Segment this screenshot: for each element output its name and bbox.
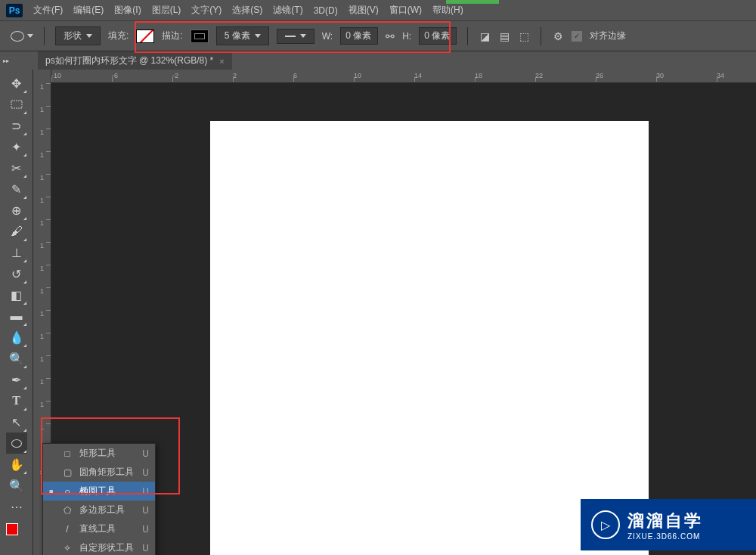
menu-filter[interactable]: 滤镜(T) <box>273 4 302 17</box>
caret-icon <box>300 34 306 38</box>
tab-title: ps如何打圈内环形文字 @ 132%(RGB/8) * <box>45 54 213 67</box>
menu-type[interactable]: 文字(Y) <box>191 4 222 17</box>
fill-swatch[interactable] <box>136 29 154 43</box>
svg-rect-0 <box>11 101 22 108</box>
tab-close-icon[interactable]: × <box>219 57 224 66</box>
width-label: W: <box>322 31 333 42</box>
wand-tool[interactable]: ✦ <box>6 136 27 157</box>
options-bar: 形状 填充: 描边: 5 像素 W: 0 像素 ⚯ H: 0 像素 ◪ ▤ ⬚ … <box>0 21 756 51</box>
stamp-tool[interactable]: ⊥ <box>6 242 27 263</box>
heal-tool[interactable]: ⊕ <box>6 200 27 221</box>
dodge-tool[interactable]: 🔍 <box>6 348 27 369</box>
crop-tool[interactable]: ✂ <box>6 157 27 178</box>
flyout-item-2[interactable]: ■○椭圆工具U <box>43 482 155 501</box>
caret-icon <box>86 34 92 38</box>
align-edges-label: 对齐边缘 <box>590 29 626 42</box>
menu-view[interactable]: 视图(V) <box>349 4 379 17</box>
lasso-tool[interactable]: ⊃ <box>6 115 27 136</box>
eyedropper-tool[interactable]: ✎ <box>6 178 27 200</box>
shape-tool-flyout: □矩形工具U▢圆角矩形工具U■○椭圆工具U⬠多边形工具U/直线工具U✧自定形状工… <box>42 443 156 555</box>
watermark: ▷ 溜溜自学 ZIXUE.3D66.COM <box>581 499 756 550</box>
menu-select[interactable]: 选择(S) <box>232 4 262 17</box>
color-swatches[interactable] <box>6 523 27 541</box>
ellipse-icon <box>11 31 24 42</box>
tool-indicator[interactable] <box>11 31 33 42</box>
pen-tool[interactable]: ✒ <box>6 369 27 390</box>
menu-help[interactable]: 帮助(H) <box>432 4 463 17</box>
watermark-title: 溜溜自学 <box>627 510 703 532</box>
link-icon[interactable]: ⚯ <box>386 30 395 42</box>
brush-tool[interactable]: 🖌 <box>6 221 27 242</box>
menu-edit[interactable]: 编辑(E) <box>73 4 104 17</box>
height-label: H: <box>402 31 411 42</box>
menu-window[interactable]: 窗口(W) <box>389 4 422 17</box>
play-icon: ▷ <box>591 510 620 539</box>
document-tab[interactable]: ps如何打圈内环形文字 @ 132%(RGB/8) * × <box>38 51 232 70</box>
height-input[interactable]: 0 像素 <box>419 27 457 45</box>
watermark-url: ZIXUE.3D66.COM <box>627 532 703 541</box>
more-tool[interactable]: ⋯ <box>6 496 27 517</box>
menubar: Ps 文件(F) 编辑(E) 图像(I) 图层(L) 文字(Y) 选择(S) 滤… <box>0 0 756 21</box>
mode-label: 形状 <box>64 29 82 42</box>
blur-tool[interactable]: 💧 <box>6 327 27 348</box>
type-tool[interactable]: T <box>6 390 27 411</box>
mode-select[interactable]: 形状 <box>55 26 101 45</box>
canvas-area[interactable]: -10-6-22610141822263034 <box>51 70 756 555</box>
stroke-style-select[interactable] <box>277 29 314 44</box>
gradient-tool[interactable]: ▬ <box>6 305 27 327</box>
stroke-label: 描边: <box>162 29 182 42</box>
expand-icon[interactable]: ▸▸ <box>3 57 9 64</box>
canvas[interactable] <box>210 121 649 555</box>
arrange-icon[interactable]: ⬚ <box>518 30 530 42</box>
stroke-swatch[interactable] <box>191 29 209 43</box>
marquee-tool[interactable] <box>6 94 27 115</box>
solid-line-icon <box>285 36 296 37</box>
flyout-item-1[interactable]: ▢圆角矩形工具U <box>43 463 155 482</box>
ruler-horizontal: -10-6-22610141822263034 <box>51 70 756 83</box>
flyout-item-4[interactable]: /直线工具U <box>43 519 155 538</box>
shape-tool[interactable] <box>6 433 27 454</box>
path-ops-icon[interactable]: ◪ <box>479 30 491 42</box>
menu-file[interactable]: 文件(F) <box>33 4 63 17</box>
history-brush-tool[interactable]: ↺ <box>6 263 27 284</box>
menu-image[interactable]: 图像(I) <box>114 4 141 17</box>
tabbar: ▸▸ ps如何打圈内环形文字 @ 132%(RGB/8) * × <box>0 51 756 70</box>
caret-icon <box>255 34 261 38</box>
flyout-item-5[interactable]: ✧自定形状工具U <box>43 538 155 555</box>
zoom-tool[interactable]: 🔍 <box>6 475 27 496</box>
align-icon[interactable]: ▤ <box>498 30 510 42</box>
menu-layer[interactable]: 图层(L) <box>152 4 181 17</box>
toolbox: ✥ ⊃ ✦ ✂ ✎ ⊕ 🖌 ⊥ ↺ ◧ ▬ 💧 🔍 ✒ T ↖ ✋ 🔍 ⋯ <box>0 70 33 555</box>
caret-icon <box>27 34 33 38</box>
hand-tool[interactable]: ✋ <box>6 454 27 475</box>
menu-3d[interactable]: 3D(D) <box>314 5 338 16</box>
width-input[interactable]: 0 像素 <box>340 27 378 45</box>
gear-icon[interactable]: ⚙ <box>552 30 564 42</box>
fill-label: 填充: <box>108 29 129 42</box>
flyout-item-3[interactable]: ⬠多边形工具U <box>43 501 155 519</box>
flyout-item-0[interactable]: □矩形工具U <box>43 444 155 463</box>
stroke-width-input[interactable]: 5 像素 <box>216 26 269 45</box>
align-edges-checkbox[interactable]: ✓ <box>572 31 582 42</box>
app-logo: Ps <box>6 4 23 17</box>
eraser-tool[interactable]: ◧ <box>6 284 27 305</box>
path-select-tool[interactable]: ↖ <box>6 411 27 433</box>
move-tool[interactable]: ✥ <box>6 73 27 94</box>
